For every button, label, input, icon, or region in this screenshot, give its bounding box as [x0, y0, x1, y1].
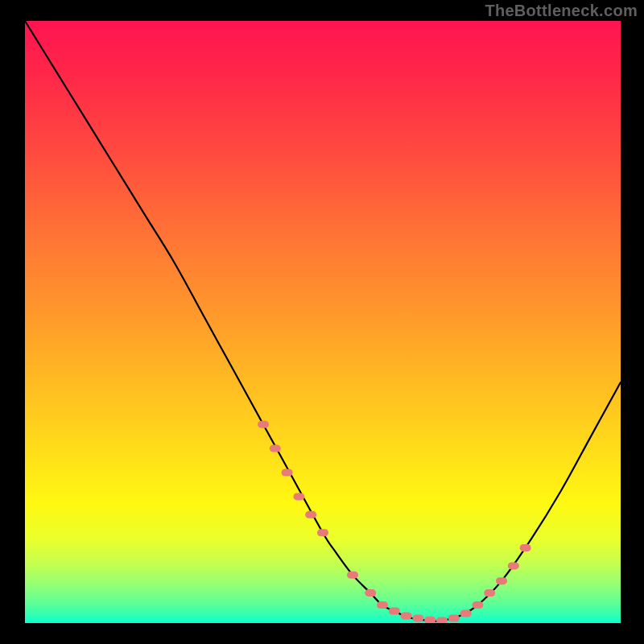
data-marker [460, 610, 472, 617]
data-marker [496, 577, 507, 584]
watermark-text: TheBottleneck.com [485, 2, 638, 20]
data-marker [412, 615, 423, 622]
data-marker [347, 572, 358, 579]
data-marker [448, 615, 460, 622]
data-marker [436, 617, 448, 625]
data-marker [365, 589, 376, 597]
data-marker [472, 601, 483, 609]
chart-frame: { "watermark": "TheBottleneck.com", "col… [0, 0, 644, 644]
data-marker [293, 493, 304, 500]
data-marker [508, 562, 519, 569]
data-marker [401, 613, 412, 620]
data-marker [270, 445, 281, 452]
data-marker [377, 601, 388, 609]
data-marker [424, 617, 436, 624]
bottleneck-chart [0, 0, 644, 644]
data-marker [389, 608, 400, 615]
data-marker [258, 421, 269, 428]
data-marker [520, 544, 531, 551]
data-marker [282, 469, 293, 477]
data-marker [305, 511, 316, 518]
data-marker [317, 529, 328, 536]
data-marker [484, 589, 495, 597]
